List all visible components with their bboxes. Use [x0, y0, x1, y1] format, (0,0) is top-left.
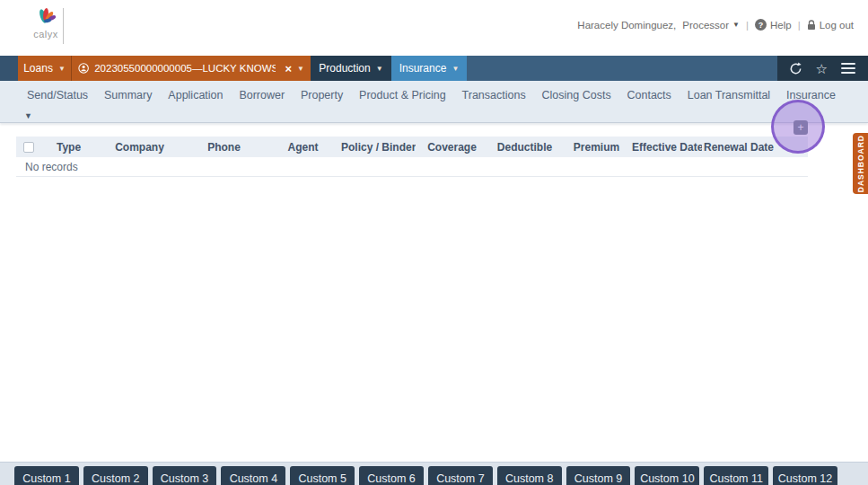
- column-header[interactable]: Phone: [183, 141, 265, 154]
- main-navbar: Loans ▼ 20230550000000005—LUCKY KNOWSCO.…: [0, 56, 868, 81]
- navbar-icons: ☆: [777, 56, 868, 81]
- user-role: Processor: [682, 20, 729, 31]
- star-icon[interactable]: ☆: [816, 62, 828, 75]
- subnav-tab[interactable]: Property: [301, 89, 343, 101]
- subnav-overflow-icon[interactable]: ▼: [24, 111, 32, 120]
- help-label: Help: [770, 20, 792, 31]
- user-area: Haracely Dominguez, Processor ▼ | ? Help…: [577, 19, 854, 31]
- custom-button[interactable]: Custom 4: [221, 466, 285, 485]
- column-header[interactable]: Effective Date: [632, 141, 702, 154]
- refresh-icon[interactable]: [789, 62, 802, 75]
- navbar-edge: [0, 56, 18, 81]
- loan-subnav: Send/StatusSummaryApplicationBorrowerPro…: [0, 81, 868, 123]
- column-header[interactable]: Renewal Date: [702, 141, 776, 154]
- close-icon[interactable]: ×: [285, 62, 292, 75]
- add-insurance-button[interactable]: +: [793, 120, 808, 135]
- production-menu[interactable]: Production ▼: [311, 56, 391, 81]
- user-role-dropdown[interactable]: Processor ▼: [682, 20, 740, 31]
- subnav-overflow-row: ▼: [0, 106, 868, 120]
- production-label: Production: [319, 62, 370, 75]
- custom-button[interactable]: Custom 3: [153, 466, 217, 485]
- chevron-down-icon: ▼: [376, 65, 383, 73]
- subnav-tab[interactable]: Borrower: [239, 89, 285, 101]
- select-all-cell: [16, 142, 41, 153]
- plus-icon: +: [797, 121, 803, 134]
- chevron-down-icon: ▼: [732, 22, 740, 29]
- subnav-tab[interactable]: Transactions: [462, 89, 526, 101]
- logout-label: Log out: [820, 20, 854, 31]
- column-header[interactable]: Type: [41, 141, 96, 154]
- logo-divider: [63, 8, 64, 44]
- help-icon: ?: [755, 19, 767, 31]
- calyx-flower-icon: [33, 4, 58, 28]
- chevron-down-icon[interactable]: ▼: [297, 65, 304, 73]
- empty-state: No records: [16, 157, 808, 177]
- menu-icon[interactable]: [841, 63, 855, 74]
- column-header[interactable]: Coverage: [416, 141, 488, 154]
- loan-tab-label: 20230550000000005—LUCKY KNOWSCO...: [94, 63, 276, 74]
- chevron-down-icon: ▼: [452, 65, 459, 73]
- custom-button[interactable]: Custom 8: [497, 466, 562, 485]
- custom-button[interactable]: Custom 1: [14, 466, 79, 485]
- custom-button[interactable]: Custom 10: [635, 466, 699, 485]
- column-header[interactable]: Deductible: [488, 141, 561, 154]
- separator: |: [798, 20, 801, 31]
- subnav-tab[interactable]: Loan Transmittal: [688, 89, 770, 101]
- custom-button[interactable]: Custom 6: [359, 466, 424, 485]
- custom-button[interactable]: Custom 9: [566, 466, 631, 485]
- calyx-logo: calyx: [28, 4, 64, 40]
- chevron-down-icon: ▼: [58, 65, 66, 73]
- subnav-tab[interactable]: Send/Status: [27, 89, 88, 101]
- subnav-tab[interactable]: Summary: [104, 89, 152, 101]
- loans-menu[interactable]: Loans ▼: [18, 56, 72, 81]
- column-header[interactable]: Policy / Binder #: [341, 141, 416, 154]
- custom-button[interactable]: Custom 12: [773, 466, 837, 485]
- user-name: Haracely Dominguez,: [577, 20, 676, 31]
- custom-button[interactable]: Custom 7: [428, 466, 493, 485]
- app-header: calyx Haracely Dominguez, Processor ▼ | …: [0, 0, 868, 56]
- navbar-spacer: [467, 56, 777, 81]
- custom-buttons-bar: Custom 1Custom 2Custom 3Custom 4Custom 5…: [0, 462, 868, 485]
- subnav-tabs: Send/StatusSummaryApplicationBorrowerPro…: [0, 81, 868, 106]
- lock-icon: [807, 20, 816, 31]
- dashboard-label: DASHBOARD: [856, 135, 865, 192]
- table-header-row: TypeCompanyPhoneAgentPolicy / Binder #Co…: [16, 137, 808, 157]
- separator: |: [746, 20, 749, 31]
- column-header[interactable]: Agent: [265, 141, 341, 154]
- column-header[interactable]: Premium: [561, 141, 632, 154]
- custom-button[interactable]: Custom 5: [290, 466, 355, 485]
- subnav-tab[interactable]: Product & Pricing: [359, 89, 446, 101]
- logout-link[interactable]: Log out: [807, 20, 854, 31]
- insurance-table: TypeCompanyPhoneAgentPolicy / Binder #Co…: [16, 137, 808, 177]
- person-circle-icon: [78, 62, 89, 75]
- subnav-tab[interactable]: Application: [168, 89, 223, 101]
- select-all-checkbox[interactable]: [23, 142, 34, 153]
- insurance-menu[interactable]: Insurance ▼: [391, 56, 467, 81]
- loans-label: Loans: [23, 62, 53, 75]
- insurance-content: TypeCompanyPhoneAgentPolicy / Binder #Co…: [0, 123, 868, 462]
- help-link[interactable]: ? Help: [755, 19, 792, 31]
- custom-button[interactable]: Custom 11: [704, 466, 768, 485]
- insurance-label: Insurance: [399, 62, 447, 75]
- subnav-tab[interactable]: Contacts: [627, 89, 671, 101]
- custom-button[interactable]: Custom 2: [83, 466, 148, 485]
- column-header[interactable]: Company: [96, 141, 183, 154]
- custom-buttons: Custom 1Custom 2Custom 3Custom 4Custom 5…: [0, 463, 868, 485]
- subnav-tab[interactable]: Closing Costs: [542, 89, 611, 101]
- loan-tab[interactable]: 20230550000000005—LUCKY KNOWSCO... × ▼: [72, 56, 311, 81]
- subnav-tab[interactable]: Insurance: [786, 89, 836, 101]
- dashboard-side-tab[interactable]: DASHBOARD: [853, 133, 868, 194]
- logo-wordmark: calyx: [28, 29, 64, 40]
